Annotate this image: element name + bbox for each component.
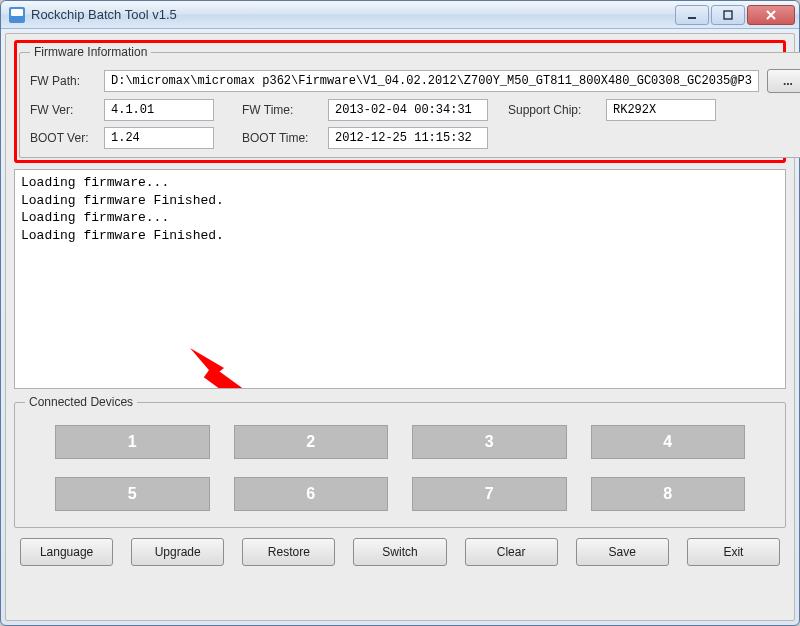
svg-marker-2 — [190, 348, 224, 376]
restore-button[interactable]: Restore — [242, 538, 335, 566]
fw-ver-label: FW Ver: — [30, 103, 96, 117]
device-slot-6[interactable]: 6 — [234, 477, 389, 511]
maximize-button[interactable] — [711, 5, 745, 25]
boot-time-label: BOOT Time: — [242, 131, 320, 145]
device-slot-1[interactable]: 1 — [55, 425, 210, 459]
exit-button[interactable]: Exit — [687, 538, 780, 566]
client-area: Firmware Information FW Path: D:\microma… — [5, 33, 795, 621]
device-slot-5[interactable]: 5 — [55, 477, 210, 511]
device-slot-4[interactable]: 4 — [591, 425, 746, 459]
bottom-button-bar: Language Upgrade Restore Switch Clear Sa… — [14, 534, 786, 568]
support-chip-field[interactable]: RK292X — [606, 99, 716, 121]
upgrade-button[interactable]: Upgrade — [131, 538, 224, 566]
fw-path-label: FW Path: — [30, 74, 96, 88]
devices-group: Connected Devices 1 2 3 4 5 6 7 8 — [14, 395, 786, 528]
log-text: Loading firmware... Loading firmware Fin… — [21, 175, 224, 243]
boot-ver-label: BOOT Ver: — [30, 131, 96, 145]
device-slot-2[interactable]: 2 — [234, 425, 389, 459]
fw-path-field[interactable]: D:\micromax\micromax p362\Firmware\V1_04… — [104, 70, 759, 92]
language-button[interactable]: Language — [20, 538, 113, 566]
support-chip-label: Support Chip: — [508, 103, 598, 117]
firmware-legend: Firmware Information — [30, 45, 151, 59]
svg-rect-0 — [688, 17, 696, 19]
browse-button[interactable]: ... — [767, 69, 800, 93]
clear-button[interactable]: Clear — [465, 538, 558, 566]
firmware-group: Firmware Information FW Path: D:\microma… — [19, 45, 800, 158]
app-icon — [9, 7, 25, 23]
boot-ver-row: BOOT Ver: 1.24 BOOT Time: 2012-12-25 11:… — [30, 127, 800, 149]
svg-rect-3 — [204, 366, 285, 389]
save-button[interactable]: Save — [576, 538, 669, 566]
fw-ver-row: FW Ver: 4.1.01 FW Time: 2013-02-04 00:34… — [30, 99, 800, 121]
app-window: Rockchip Batch Tool v1.5 Firmware Inform… — [0, 0, 800, 626]
devices-grid: 1 2 3 4 5 6 7 8 — [25, 419, 775, 521]
fw-time-field[interactable]: 2013-02-04 00:34:31 — [328, 99, 488, 121]
boot-time-field[interactable]: 2012-12-25 11:15:32 — [328, 127, 488, 149]
device-slot-3[interactable]: 3 — [412, 425, 567, 459]
device-slot-8[interactable]: 8 — [591, 477, 746, 511]
fw-time-label: FW Time: — [242, 103, 320, 117]
device-slot-7[interactable]: 7 — [412, 477, 567, 511]
fw-path-row: FW Path: D:\micromax\micromax p362\Firmw… — [30, 69, 800, 93]
titlebar[interactable]: Rockchip Batch Tool v1.5 — [1, 1, 799, 29]
annotation-arrow-icon — [190, 348, 310, 389]
window-controls — [675, 5, 795, 25]
devices-legend: Connected Devices — [25, 395, 137, 409]
fw-ver-field[interactable]: 4.1.01 — [104, 99, 214, 121]
boot-ver-field[interactable]: 1.24 — [104, 127, 214, 149]
switch-button[interactable]: Switch — [353, 538, 446, 566]
log-output[interactable]: Loading firmware... Loading firmware Fin… — [14, 169, 786, 389]
window-title: Rockchip Batch Tool v1.5 — [31, 7, 675, 22]
firmware-highlight-box: Firmware Information FW Path: D:\microma… — [14, 40, 786, 163]
svg-rect-1 — [724, 11, 732, 19]
minimize-button[interactable] — [675, 5, 709, 25]
close-button[interactable] — [747, 5, 795, 25]
